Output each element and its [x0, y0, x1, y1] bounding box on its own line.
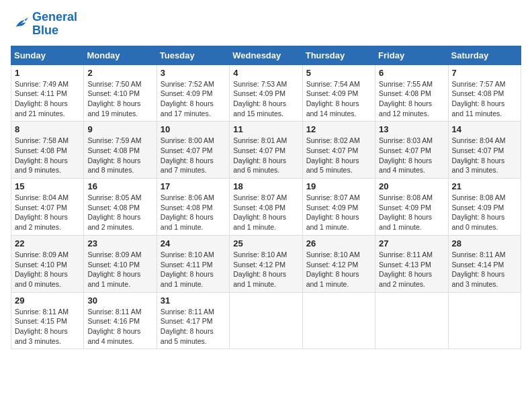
day-number: 14 [452, 124, 517, 134]
day-number: 2 [87, 68, 152, 78]
day-info: Sunrise: 8:07 AM Sunset: 4:08 PM Dayligh… [233, 193, 298, 232]
day-number: 31 [161, 295, 226, 306]
day-of-week-header: Saturday [448, 46, 521, 64]
calendar-week-row: 1Sunrise: 7:49 AM Sunset: 4:11 PM Daylig… [11, 64, 521, 122]
day-info: Sunrise: 8:10 AM Sunset: 4:11 PM Dayligh… [161, 250, 226, 289]
day-info: Sunrise: 7:57 AM Sunset: 4:08 PM Dayligh… [452, 79, 517, 119]
day-info: Sunrise: 8:06 AM Sunset: 4:08 PM Dayligh… [161, 193, 226, 232]
day-number: 7 [452, 68, 517, 78]
day-number: 23 [87, 238, 152, 248]
calendar-day-cell: 1Sunrise: 7:49 AM Sunset: 4:11 PM Daylig… [11, 64, 84, 122]
day-info: Sunrise: 7:52 AM Sunset: 4:09 PM Dayligh… [161, 79, 226, 119]
calendar-day-cell: 28Sunrise: 8:11 AM Sunset: 4:14 PM Dayli… [448, 235, 521, 292]
day-number: 22 [15, 238, 80, 248]
calendar-day-cell [375, 292, 448, 349]
calendar-header-row: SundayMondayTuesdayWednesdayThursdayFrid… [11, 46, 521, 64]
calendar-day-cell: 26Sunrise: 8:10 AM Sunset: 4:12 PM Dayli… [302, 235, 375, 292]
day-info: Sunrise: 8:10 AM Sunset: 4:12 PM Dayligh… [306, 250, 371, 289]
logo-text: General Blue [32, 11, 77, 38]
day-of-week-header: Monday [84, 46, 157, 64]
calendar-day-cell: 12Sunrise: 8:02 AM Sunset: 4:07 PM Dayli… [302, 122, 375, 179]
day-info: Sunrise: 8:11 AM Sunset: 4:16 PM Dayligh… [87, 307, 152, 347]
calendar-day-cell: 31Sunrise: 8:11 AM Sunset: 4:17 PM Dayli… [157, 292, 229, 349]
day-number: 19 [306, 181, 371, 191]
day-of-week-header: Wednesday [230, 46, 302, 64]
calendar-day-cell: 10Sunrise: 8:00 AM Sunset: 4:07 PM Dayli… [157, 122, 229, 179]
day-info: Sunrise: 7:54 AM Sunset: 4:09 PM Dayligh… [306, 79, 371, 119]
calendar-day-cell [448, 292, 521, 349]
calendar-day-cell: 3Sunrise: 7:52 AM Sunset: 4:09 PM Daylig… [157, 64, 229, 122]
day-number: 8 [15, 124, 80, 134]
day-number: 13 [379, 124, 444, 134]
day-number: 1 [15, 68, 80, 78]
page-header: General Blue [11, 11, 521, 38]
day-number: 27 [379, 238, 444, 248]
day-info: Sunrise: 7:59 AM Sunset: 4:08 PM Dayligh… [87, 136, 152, 175]
day-number: 24 [161, 238, 226, 248]
day-number: 16 [87, 181, 152, 191]
day-of-week-header: Thursday [302, 46, 375, 64]
calendar-week-row: 22Sunrise: 8:09 AM Sunset: 4:10 PM Dayli… [11, 235, 521, 292]
calendar-week-row: 15Sunrise: 8:04 AM Sunset: 4:07 PM Dayli… [11, 179, 521, 236]
calendar-table: SundayMondayTuesdayWednesdayThursdayFrid… [11, 46, 521, 350]
calendar-day-cell: 18Sunrise: 8:07 AM Sunset: 4:08 PM Dayli… [230, 179, 302, 236]
calendar-day-cell: 6Sunrise: 7:55 AM Sunset: 4:08 PM Daylig… [375, 64, 448, 122]
logo-icon [11, 15, 30, 34]
day-info: Sunrise: 8:04 AM Sunset: 4:07 PM Dayligh… [452, 136, 517, 175]
calendar-day-cell: 22Sunrise: 8:09 AM Sunset: 4:10 PM Dayli… [11, 235, 84, 292]
calendar-day-cell: 21Sunrise: 8:08 AM Sunset: 4:09 PM Dayli… [448, 179, 521, 236]
day-info: Sunrise: 8:04 AM Sunset: 4:07 PM Dayligh… [15, 193, 80, 232]
logo: General Blue [11, 11, 77, 38]
day-number: 6 [379, 68, 444, 78]
day-number: 20 [379, 181, 444, 191]
day-number: 25 [233, 238, 298, 248]
day-info: Sunrise: 8:08 AM Sunset: 4:09 PM Dayligh… [452, 193, 517, 232]
calendar-day-cell: 2Sunrise: 7:50 AM Sunset: 4:10 PM Daylig… [84, 64, 157, 122]
day-info: Sunrise: 8:05 AM Sunset: 4:08 PM Dayligh… [87, 193, 152, 232]
day-number: 28 [452, 238, 517, 248]
day-number: 30 [87, 295, 152, 306]
day-info: Sunrise: 8:07 AM Sunset: 4:09 PM Dayligh… [306, 193, 371, 232]
day-number: 10 [161, 124, 226, 134]
calendar-day-cell: 11Sunrise: 8:01 AM Sunset: 4:07 PM Dayli… [230, 122, 302, 179]
day-info: Sunrise: 7:58 AM Sunset: 4:08 PM Dayligh… [15, 136, 80, 175]
day-info: Sunrise: 8:11 AM Sunset: 4:14 PM Dayligh… [452, 250, 517, 289]
day-number: 12 [306, 124, 371, 134]
day-info: Sunrise: 8:08 AM Sunset: 4:09 PM Dayligh… [379, 193, 444, 232]
calendar-day-cell: 25Sunrise: 8:10 AM Sunset: 4:12 PM Dayli… [230, 235, 302, 292]
calendar-day-cell: 16Sunrise: 8:05 AM Sunset: 4:08 PM Dayli… [84, 179, 157, 236]
calendar-day-cell: 15Sunrise: 8:04 AM Sunset: 4:07 PM Dayli… [11, 179, 84, 236]
day-info: Sunrise: 8:11 AM Sunset: 4:13 PM Dayligh… [379, 250, 444, 289]
calendar-day-cell: 4Sunrise: 7:53 AM Sunset: 4:09 PM Daylig… [230, 64, 302, 122]
calendar-day-cell [302, 292, 375, 349]
day-info: Sunrise: 7:53 AM Sunset: 4:09 PM Dayligh… [233, 79, 298, 119]
day-info: Sunrise: 8:11 AM Sunset: 4:15 PM Dayligh… [15, 307, 80, 347]
day-number: 9 [87, 124, 152, 134]
calendar-day-cell: 9Sunrise: 7:59 AM Sunset: 4:08 PM Daylig… [84, 122, 157, 179]
day-number: 29 [15, 295, 80, 306]
day-number: 5 [306, 68, 371, 78]
calendar-day-cell: 17Sunrise: 8:06 AM Sunset: 4:08 PM Dayli… [157, 179, 229, 236]
calendar-day-cell: 27Sunrise: 8:11 AM Sunset: 4:13 PM Dayli… [375, 235, 448, 292]
day-info: Sunrise: 7:49 AM Sunset: 4:11 PM Dayligh… [15, 79, 80, 119]
calendar-day-cell: 23Sunrise: 8:09 AM Sunset: 4:10 PM Dayli… [84, 235, 157, 292]
day-of-week-header: Tuesday [157, 46, 229, 64]
day-number: 4 [233, 68, 298, 78]
day-number: 18 [233, 181, 298, 191]
day-info: Sunrise: 8:02 AM Sunset: 4:07 PM Dayligh… [306, 136, 371, 175]
day-info: Sunrise: 7:55 AM Sunset: 4:08 PM Dayligh… [379, 79, 444, 119]
day-number: 26 [306, 238, 371, 248]
calendar-day-cell: 13Sunrise: 8:03 AM Sunset: 4:07 PM Dayli… [375, 122, 448, 179]
day-of-week-header: Sunday [11, 46, 84, 64]
day-of-week-header: Friday [375, 46, 448, 64]
calendar-week-row: 8Sunrise: 7:58 AM Sunset: 4:08 PM Daylig… [11, 122, 521, 179]
day-info: Sunrise: 8:10 AM Sunset: 4:12 PM Dayligh… [233, 250, 298, 289]
day-info: Sunrise: 8:03 AM Sunset: 4:07 PM Dayligh… [379, 136, 444, 175]
calendar-day-cell: 8Sunrise: 7:58 AM Sunset: 4:08 PM Daylig… [11, 122, 84, 179]
day-info: Sunrise: 8:11 AM Sunset: 4:17 PM Dayligh… [161, 307, 226, 347]
day-number: 21 [452, 181, 517, 191]
calendar-week-row: 29Sunrise: 8:11 AM Sunset: 4:15 PM Dayli… [11, 292, 521, 349]
calendar-day-cell: 19Sunrise: 8:07 AM Sunset: 4:09 PM Dayli… [302, 179, 375, 236]
day-info: Sunrise: 8:09 AM Sunset: 4:10 PM Dayligh… [87, 250, 152, 289]
day-number: 3 [161, 68, 226, 78]
